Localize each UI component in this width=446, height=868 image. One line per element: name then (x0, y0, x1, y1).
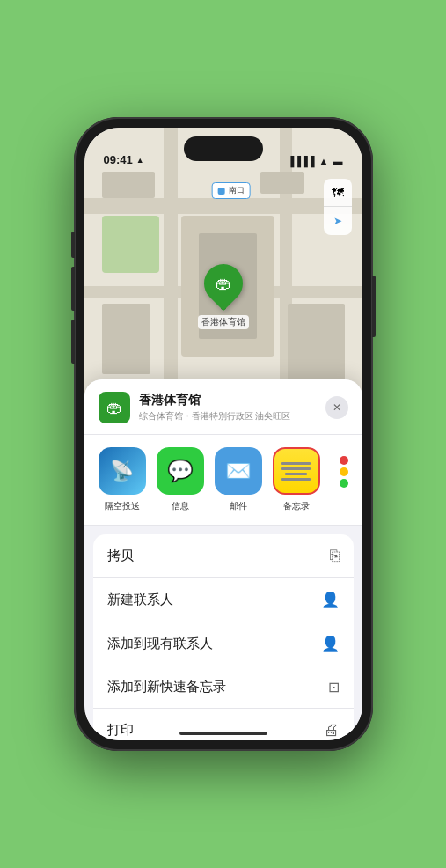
close-button[interactable]: ✕ (325, 396, 348, 419)
share-item-mail[interactable]: ✉️ 邮件 (215, 447, 262, 512)
copy-icon: ⎘ (330, 547, 340, 565)
building-4 (288, 304, 345, 383)
note-icon: ⊡ (328, 679, 340, 695)
map-label-text: 南口 (229, 186, 245, 195)
add-to-contact-label: 添加到现有联系人 (107, 636, 213, 652)
signal-icon: ▐▐▐▐ (287, 156, 314, 166)
airdrop-label: 隔空投送 (105, 500, 140, 512)
person-add-icon: 👤 (321, 635, 340, 653)
print-label: 打印 (107, 722, 134, 739)
share-item-airdrop[interactable]: 📡 隔空投送 (99, 447, 146, 512)
phone-screen: 09:41 ▲ ▐▐▐▐ ▲ ▬ (84, 128, 362, 740)
message-icon-wrap: 💬 (157, 447, 204, 495)
share-item-notes[interactable]: 备忘录 (273, 447, 320, 512)
map-label: 南口 (211, 182, 251, 199)
map-view-button[interactable]: 🗺 (324, 179, 352, 207)
share-item-message[interactable]: 💬 信息 (157, 447, 204, 512)
notes-line-2 (281, 467, 311, 470)
location-info: 香港体育馆 综合体育馆・香港特别行政区 油尖旺区 (139, 393, 317, 423)
printer-icon: 🖨 (324, 721, 340, 739)
venue-subtitle: 综合体育馆・香港特别行政区 油尖旺区 (139, 410, 317, 423)
power-button (372, 276, 376, 337)
pin-stadium-icon: 🏟 (216, 275, 231, 293)
building-3 (102, 304, 150, 374)
venue-icon: 🏟 (106, 399, 122, 417)
location-direction-icon: ➤ (333, 215, 342, 227)
action-item-print[interactable]: 打印 🖨 (93, 709, 354, 740)
dot-green (340, 479, 348, 488)
bottom-sheet: 🏟 香港体育馆 综合体育馆・香港特别行政区 油尖旺区 ✕ 📡 隔空投送 (84, 379, 362, 740)
road-horizontal-1 (84, 198, 362, 214)
volume-down-button (71, 320, 75, 364)
map-label-dot (217, 188, 224, 195)
action-list: 拷贝 ⎘ 新建联系人 👤 添加到现有联系人 👤 添加到新快速备忘录 ⊡ 打印 (93, 534, 354, 740)
status-icons: ▐▐▐▐ ▲ ▬ (287, 156, 342, 166)
notes-line-1 (281, 462, 311, 465)
map-view-icon: 🗺 (332, 186, 344, 200)
close-icon: ✕ (333, 401, 341, 414)
battery-icon: ▬ (333, 156, 343, 166)
wifi-icon: ▲ (319, 156, 329, 166)
notes-line-4 (281, 478, 311, 481)
volume-silent-button (71, 232, 75, 258)
mail-label: 邮件 (230, 500, 247, 512)
action-item-copy[interactable]: 拷贝 ⎘ (93, 534, 354, 578)
pin-label: 香港体育馆 (198, 315, 249, 329)
action-item-add-to-contact[interactable]: 添加到现有联系人 👤 (93, 622, 354, 666)
green-area-1 (102, 216, 159, 273)
more-apps-dots (340, 447, 348, 488)
home-indicator (179, 732, 267, 735)
location-button[interactable]: ➤ (324, 207, 352, 235)
location-icon-wrap: 🏟 (99, 392, 130, 423)
dot-red (340, 456, 348, 465)
stadium-pin: 🏟 香港体育馆 (198, 264, 249, 329)
dynamic-island (184, 136, 263, 161)
volume-up-button (71, 267, 75, 311)
airdrop-icon: 📡 (110, 460, 134, 482)
notes-icon-wrap (273, 447, 320, 495)
notes-label: 备忘录 (283, 500, 310, 512)
location-header: 🏟 香港体育馆 综合体育馆・香港特别行政区 油尖旺区 ✕ (84, 379, 362, 435)
message-label: 信息 (172, 500, 189, 512)
map-controls: 🗺 ➤ (324, 179, 352, 235)
clock: 09:41 (104, 153, 133, 166)
new-contact-label: 新建联系人 (107, 592, 173, 608)
building-2 (260, 172, 304, 194)
action-item-new-contact[interactable]: 新建联系人 👤 (93, 578, 354, 622)
notes-line-3 (285, 473, 307, 475)
action-item-add-to-notes[interactable]: 添加到新快速备忘录 ⊡ (93, 666, 354, 709)
airdrop-icon-wrap: 📡 (99, 447, 146, 495)
share-row: 📡 隔空投送 💬 信息 ✉️ 邮件 (84, 435, 362, 526)
location-arrow-icon: ▲ (136, 156, 144, 165)
copy-label: 拷贝 (107, 548, 134, 564)
notes-icon-content (274, 457, 318, 486)
phone-frame: 09:41 ▲ ▐▐▐▐ ▲ ▬ (74, 117, 373, 751)
dot-yellow (340, 467, 348, 476)
mail-icon-wrap: ✉️ (215, 447, 262, 495)
message-icon: 💬 (167, 459, 194, 483)
building-1 (102, 172, 155, 198)
status-time: 09:41 ▲ (104, 153, 144, 166)
person-icon: 👤 (321, 591, 340, 609)
add-to-notes-label: 添加到新快速备忘录 (107, 679, 226, 695)
pin-circle: 🏟 (195, 256, 250, 311)
venue-name: 香港体育馆 (139, 393, 317, 408)
mail-icon: ✉️ (225, 459, 252, 483)
